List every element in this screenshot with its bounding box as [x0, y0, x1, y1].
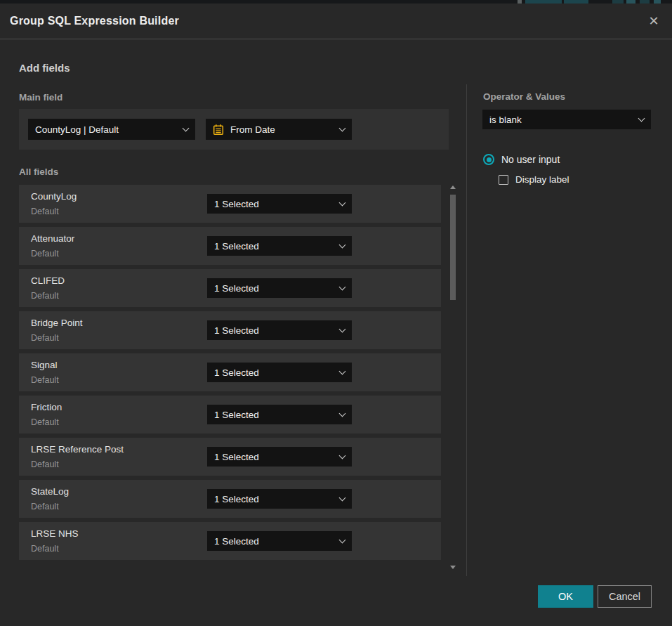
main-field-panel: CountyLog | Default From Date [19, 109, 449, 150]
chevron-down-icon [339, 367, 346, 374]
field-row: StateLog Default 1 Selected [19, 480, 441, 518]
field-row: Bridge Point Default 1 Selected [19, 311, 441, 349]
close-icon[interactable]: ✕ [645, 13, 662, 30]
field-row: Attenuator Default 1 Selected [19, 227, 441, 265]
radio-selected-icon[interactable] [483, 154, 494, 165]
field-name: CLIFED [31, 275, 65, 286]
field-name: Attenuator [31, 233, 74, 244]
display-label-label: Display label [515, 174, 569, 185]
layer-select-value: CountyLog | Default [35, 124, 119, 135]
cancel-button[interactable]: Cancel [598, 585, 652, 608]
scrollbar-down-arrow-icon[interactable] [450, 566, 456, 569]
field-selected-value: 1 Selected [214, 367, 259, 378]
field-row: LRSE Reference Post Default 1 Selected [19, 438, 441, 476]
field-selected-dropdown[interactable]: 1 Selected [207, 194, 352, 214]
field-name: CountyLog [31, 191, 77, 202]
chevron-down-icon [638, 115, 645, 122]
main-field-label: Main field [19, 92, 62, 103]
panel-divider [466, 84, 467, 576]
field-selected-dropdown[interactable]: 1 Selected [207, 236, 352, 256]
chevron-down-icon [183, 124, 190, 131]
add-fields-heading: Add fields [19, 62, 70, 74]
field-selected-dropdown[interactable]: 1 Selected [207, 320, 352, 340]
field-row: CountyLog Default 1 Selected [19, 185, 441, 223]
field-selected-dropdown[interactable]: 1 Selected [207, 531, 352, 551]
chevron-down-icon [339, 494, 346, 501]
field-selected-value: 1 Selected [214, 199, 259, 209]
all-fields-label: All fields [19, 167, 58, 177]
field-selected-value: 1 Selected [214, 494, 259, 504]
field-row: Signal Default 1 Selected [19, 353, 441, 391]
field-selected-dropdown[interactable]: 1 Selected [207, 405, 352, 424]
field-select-dropdown[interactable]: From Date [206, 119, 352, 140]
chevron-down-icon [339, 410, 346, 417]
all-fields-list: CountyLog Default 1 Selected Attenuator … [19, 185, 441, 564]
chevron-down-icon [339, 199, 346, 206]
field-selected-value: 1 Selected [214, 452, 259, 462]
ok-button[interactable]: OK [538, 585, 593, 608]
field-subtitle: Default [31, 207, 59, 216]
screen: Group SQL Expression Builder ✕ Add field… [0, 0, 672, 626]
field-name: Signal [31, 360, 58, 370]
field-selected-dropdown[interactable]: 1 Selected [207, 278, 352, 298]
chevron-down-icon [339, 325, 346, 332]
layer-select-dropdown[interactable]: CountyLog | Default [28, 119, 195, 140]
field-subtitle: Default [31, 544, 59, 554]
checkbox-unchecked-icon[interactable] [499, 175, 508, 185]
field-selected-value: 1 Selected [214, 536, 259, 547]
field-selected-dropdown[interactable]: 1 Selected [207, 489, 352, 509]
field-subtitle: Default [31, 502, 59, 511]
field-name: Bridge Point [31, 318, 83, 328]
scrollbar-thumb[interactable] [450, 195, 456, 300]
field-select-value: From Date [230, 124, 275, 135]
scrollbar-up-arrow-icon[interactable] [450, 185, 456, 189]
chevron-down-icon [339, 536, 346, 543]
field-subtitle: Default [31, 333, 59, 343]
calendar-icon [213, 124, 224, 136]
chevron-down-icon [339, 124, 346, 131]
dialog-titlebar: Group SQL Expression Builder ✕ [0, 4, 672, 39]
field-row: Friction Default 1 Selected [19, 396, 441, 433]
field-selected-dropdown[interactable]: 1 Selected [207, 447, 352, 467]
chevron-down-icon [339, 283, 346, 290]
dialog-title: Group SQL Expression Builder [10, 15, 179, 27]
field-subtitle: Default [31, 291, 59, 301]
chevron-down-icon [339, 452, 346, 459]
operator-dropdown[interactable]: is blank [482, 110, 651, 129]
sql-expression-builder-dialog: Group SQL Expression Builder ✕ Add field… [0, 4, 672, 626]
field-selected-value: 1 Selected [214, 410, 259, 420]
display-label-option[interactable]: Display label [499, 174, 569, 185]
field-row: CLIFED Default 1 Selected [19, 269, 441, 307]
field-selected-value: 1 Selected [214, 325, 259, 336]
field-name: LRSE NHS [31, 528, 79, 539]
no-user-input-option[interactable]: No user input [483, 154, 560, 165]
no-user-input-label: No user input [501, 154, 560, 165]
field-selected-value: 1 Selected [214, 283, 259, 294]
field-name: LRSE Reference Post [31, 444, 124, 455]
field-subtitle: Default [31, 249, 59, 259]
field-subtitle: Default [31, 375, 59, 385]
operator-value: is blank [489, 115, 522, 125]
field-selected-value: 1 Selected [214, 241, 259, 252]
field-name: Friction [31, 402, 62, 412]
field-subtitle: Default [31, 417, 59, 427]
chevron-down-icon [339, 241, 346, 248]
field-row: LRSE NHS Default 1 Selected [19, 522, 441, 560]
field-subtitle: Default [31, 459, 59, 469]
field-selected-dropdown[interactable]: 1 Selected [207, 363, 352, 382]
operator-values-label: Operator & Values [483, 91, 565, 102]
field-name: StateLog [31, 486, 69, 497]
